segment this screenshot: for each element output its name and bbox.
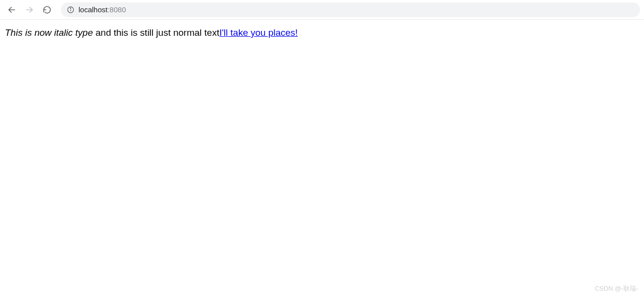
reload-button[interactable] — [39, 2, 55, 18]
watermark: CSDN @-耿瑞- — [595, 284, 638, 293]
forward-button[interactable] — [22, 2, 37, 18]
italic-text: This is now italic type — [5, 27, 93, 38]
page-content: This is now italic type and this is stil… — [0, 20, 644, 46]
url-port: :8080 — [107, 5, 126, 14]
link[interactable]: I'll take you places! — [219, 27, 298, 38]
site-info-icon[interactable] — [67, 6, 75, 14]
arrow-left-icon — [7, 5, 16, 14]
back-button[interactable] — [4, 2, 20, 18]
svg-point-4 — [70, 8, 71, 8]
arrow-right-icon — [25, 5, 34, 14]
reload-icon — [43, 5, 52, 14]
address-bar[interactable]: localhost:8080 — [61, 2, 640, 17]
browser-toolbar: localhost:8080 — [0, 0, 644, 20]
normal-text: and this is still just normal text — [93, 27, 220, 38]
url-host: localhost — [78, 5, 107, 14]
url-text: localhost:8080 — [78, 5, 126, 14]
